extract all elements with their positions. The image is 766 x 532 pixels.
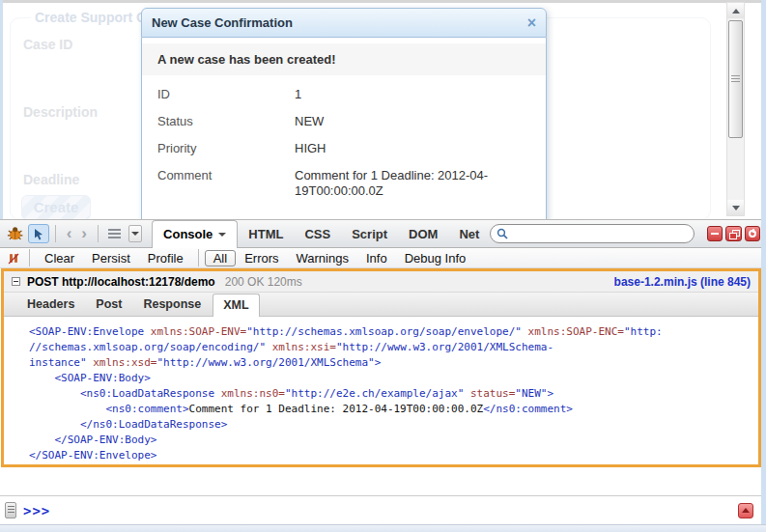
- tab-label: Console: [163, 227, 213, 241]
- xml-line: <SOAP-ENV:Body>: [29, 371, 758, 386]
- xml-line: //schemas.xmlsoap.org/soap/encoding/" xm…: [29, 340, 758, 355]
- dialog-row-priority: Priority HIGH: [157, 135, 530, 162]
- row-label: Status: [157, 114, 295, 129]
- row-value: NEW: [295, 114, 526, 129]
- scroll-down-button[interactable]: [727, 200, 744, 215]
- firebug-main-toolbar: ‹ › Console HTML CSS Script DOM Net: [0, 219, 766, 248]
- collapse-icon[interactable]: [12, 277, 20, 286]
- tab-html[interactable]: HTML: [238, 221, 294, 248]
- case-id-label: Case ID: [23, 37, 72, 52]
- highlighted-console-entry: POST http://localhost:12178/demo 200 OK …: [1, 268, 761, 467]
- console-sub-toolbar: Clear Persist Profile All Errors Warning…: [0, 248, 766, 268]
- filter-debug-info[interactable]: Debug Info: [396, 250, 475, 266]
- deadline-label: Deadline: [23, 172, 79, 187]
- form-legend: Create Support Ca: [31, 10, 157, 25]
- window-right-edge: [761, 0, 766, 524]
- window-top-edge: [0, 0, 766, 3]
- row-label: Priority: [157, 141, 295, 156]
- tab-net[interactable]: Net: [448, 221, 490, 248]
- row-label: ID: [157, 87, 295, 102]
- xml-line: <SOAP-ENV:Envelope xmlns:SOAP-ENV="http:…: [29, 324, 758, 340]
- arrow-up-icon: [742, 508, 750, 513]
- toolbar-separator: [198, 249, 199, 266]
- filter-info[interactable]: Info: [357, 250, 396, 266]
- firebug-icon[interactable]: [6, 226, 24, 241]
- request-title[interactable]: POST http://localhost:12178/demo: [27, 275, 215, 289]
- xml-line: </ns0:LoadDataResponse>: [29, 417, 758, 433]
- thumb-grip-icon: [731, 75, 740, 84]
- command-line-row: >>>: [0, 495, 766, 524]
- row-label: Comment: [157, 168, 295, 199]
- command-prompt: >>>: [23, 503, 50, 518]
- detach-window-button[interactable]: [725, 226, 742, 241]
- toolbar-separator: [29, 249, 30, 266]
- expand-command-editor-button[interactable]: [738, 503, 753, 518]
- new-case-confirmation-dialog: New Case Confirmation × A new case has b…: [141, 8, 547, 219]
- filter-all[interactable]: All: [205, 250, 236, 266]
- dialog-row-id: ID 1: [157, 81, 530, 108]
- command-input[interactable]: [50, 496, 738, 524]
- history-back-button[interactable]: ‹: [62, 226, 77, 241]
- chevron-down-icon: [131, 232, 139, 236]
- windows-icon: [729, 230, 738, 238]
- row-value: HIGH: [295, 141, 526, 156]
- chevron-down-icon: [218, 233, 226, 237]
- minimize-button[interactable]: [707, 226, 723, 241]
- close-icon[interactable]: ×: [527, 16, 536, 30]
- tab-post[interactable]: Post: [86, 294, 131, 316]
- tab-response[interactable]: Response: [133, 294, 211, 316]
- row-value: Comment for 1 Deadline: 2012-04-19T00:00…: [295, 168, 526, 199]
- options-dropdown-button[interactable]: [128, 225, 143, 242]
- tab-xml[interactable]: XML: [213, 294, 259, 317]
- tab-css[interactable]: CSS: [294, 221, 341, 248]
- window-left-edge: [0, 0, 3, 219]
- window-bottom-edge: [0, 524, 766, 532]
- tab-script[interactable]: Script: [341, 221, 398, 248]
- dialog-row-comment: Comment Comment for 1 Deadline: 2012-04-…: [157, 162, 530, 205]
- search-input[interactable]: [513, 227, 687, 240]
- inspect-cursor-icon: [33, 228, 44, 240]
- web-page-region: Create Support Ca Case ID Description De…: [0, 0, 766, 219]
- search-icon: [496, 228, 508, 239]
- request-status: 200 OK 120ms: [225, 275, 302, 289]
- menu-lines-icon: [8, 506, 14, 515]
- scrollbar-thumb[interactable]: [728, 20, 743, 138]
- tab-headers[interactable]: Headers: [17, 294, 84, 316]
- break-on-errors-icon[interactable]: [7, 252, 20, 265]
- profile-button[interactable]: Profile: [139, 250, 192, 266]
- dialog-header[interactable]: New Case Confirmation ×: [141, 8, 547, 38]
- dialog-body: A new case has been created! ID 1 Status…: [141, 38, 547, 219]
- tab-console[interactable]: Console: [152, 220, 238, 249]
- page-scrollbar[interactable]: [726, 2, 745, 216]
- command-line-menu-button[interactable]: [5, 502, 16, 518]
- inspect-element-button[interactable]: [28, 224, 48, 243]
- network-request-row[interactable]: POST http://localhost:12178/demo 200 OK …: [4, 271, 758, 293]
- panel-tab-bar: Console HTML CSS Script DOM Net: [152, 219, 490, 248]
- dialog-row-status: Status NEW: [157, 108, 530, 135]
- persist-button[interactable]: Persist: [83, 250, 139, 266]
- scroll-up-button[interactable]: [727, 3, 744, 18]
- search-box[interactable]: [490, 224, 694, 243]
- toolbar-separator: [55, 225, 56, 242]
- xml-line: <ns0:comment>Comment for 1 Deadline: 201…: [29, 402, 758, 417]
- xml-line: </SOAP-ENV:Body>: [29, 433, 758, 448]
- source-link[interactable]: base-1.2.min.js (line 845): [614, 275, 751, 289]
- row-value: 1: [295, 87, 526, 102]
- description-label: Description: [23, 104, 98, 120]
- power-icon: [749, 230, 756, 238]
- firebug-menu-icon[interactable]: [108, 229, 121, 239]
- deactivate-button[interactable]: [745, 226, 761, 241]
- clear-button[interactable]: Clear: [36, 250, 83, 266]
- dialog-rows: ID 1 Status NEW Priority HIGH Comment Co…: [142, 75, 546, 205]
- screen: Create Support Ca Case ID Description De…: [0, 0, 766, 532]
- tab-dom[interactable]: DOM: [398, 221, 448, 248]
- dialog-message: A new case has been created!: [157, 51, 351, 68]
- filter-warnings[interactable]: Warnings: [288, 250, 357, 266]
- create-button-disabled: Create: [21, 195, 91, 219]
- filter-errors[interactable]: Errors: [236, 250, 287, 266]
- history-forward-button[interactable]: ›: [76, 226, 92, 241]
- dialog-message-band: A new case has been created!: [142, 43, 546, 75]
- xml-line: </SOAP-ENV:Envelope>: [29, 448, 758, 463]
- xml-viewer[interactable]: <SOAP-ENV:Envelope xmlns:SOAP-ENV="http:…: [4, 317, 758, 464]
- toolbar-separator: [98, 225, 99, 242]
